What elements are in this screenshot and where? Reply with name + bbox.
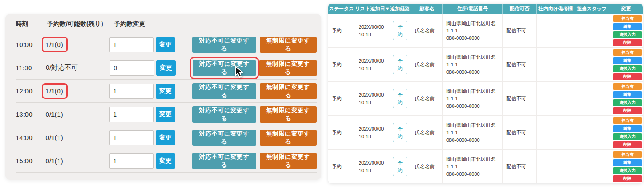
col-header-actions: 変更 [609,4,643,14]
name-cell: 氏名名前 [411,82,443,116]
reservation-count-input[interactable] [109,107,154,122]
col-header-time: 時刻 [16,20,47,28]
cursor-icon [234,66,245,78]
reservation-count-input[interactable] [109,153,154,169]
delete-button[interactable]: 削除 [613,141,642,148]
progress-input-button[interactable]: 進捗入力 [613,99,642,106]
customer-row: 予約 202X/00/0010:18 予約 氏名名前 岡山県岡山市北区町名1-1… [328,150,643,183]
delivery-cell: 配信不可 [503,150,537,183]
set-unlimited-button[interactable]: 無制限に変更する [260,37,317,53]
set-unlimited-button[interactable]: 無制限に変更する [260,130,317,146]
date-cell: 202X/00/0010:18 [355,150,389,183]
set-unlimited-button[interactable]: 無制限に変更する [259,60,317,76]
edit-button[interactable]: 編集 [613,23,642,30]
route-cell: 予約 [389,14,411,48]
change-button[interactable]: 変更 [156,37,175,52]
change-button[interactable]: 変更 [156,107,175,122]
col-header-staff: 担当スタッフ [575,4,609,14]
slot-time: 11:00 [16,64,46,72]
edit-button[interactable]: 編集 [613,125,642,132]
address-cell: 岡山県岡山市北区町名1-1-1080-0000-0000 [443,82,503,116]
progress-input-button[interactable]: 進捗入力 [613,65,642,72]
slot-count: 1/1(0) [46,87,63,95]
route-badge: 予約 [393,89,407,108]
col-header-list-added-date-sort[interactable]: リスト追加日▼ [355,4,389,14]
edit-button[interactable]: 編集 [613,159,642,166]
set-unavailable-button[interactable]: 対応不可に変更する [192,130,256,146]
assignee-button[interactable]: 担当者 [613,151,642,158]
assignee-button[interactable]: 担当者 [613,15,642,22]
set-unlimited-button[interactable]: 無制限に変更する [260,83,317,99]
date-cell: 202X/00/0010:18 [355,82,389,116]
edit-button[interactable]: 編集 [613,91,642,98]
delete-button[interactable]: 削除 [613,175,642,182]
col-header-route: 追加経路 [389,4,411,14]
date-cell: 202X/00/0010:18 [355,14,389,48]
name-cell: 氏名名前 [411,150,443,183]
change-button[interactable]: 変更 [156,60,176,76]
staff-cell [575,48,609,82]
slot-table-header: 時刻 予約数/可能数(残り) 予約数変更 [16,16,317,33]
notes-cell [537,48,575,82]
change-button[interactable]: 変更 [156,84,175,99]
slot-row-1200: 12:00 1/1(0) 変更 対応不可に変更する 無制限に変更する [16,79,317,102]
name-cell: 氏名名前 [411,116,443,150]
route-badge: 予約 [393,55,407,74]
set-unavailable-button[interactable]: 対応不可に変更する [192,83,256,99]
slot-row-1500: 15:00 0/1(1) 変更 対応不可に変更する 無制限に変更する [16,149,317,172]
delivery-cell: 配信不可 [503,14,537,48]
set-unavailable-button[interactable]: 対応不可に変更する [192,106,256,123]
set-unavailable-button[interactable]: 対応不可に変更する [192,37,256,53]
slot-time: 15:00 [16,157,46,165]
notes-cell [537,14,575,48]
customer-row: 予約 202X/00/0010:18 予約 氏名名前 岡山県岡山市北区町名1-1… [328,48,643,82]
status-cell: 予約 [328,116,355,150]
notes-cell [537,116,575,150]
staff-cell [575,116,609,150]
delivery-cell: 配信不可 [503,48,537,82]
slot-row-1100: 11:00 0/対応不可 変更 対応不可に変更する 無制限に変更する [16,56,317,79]
name-cell: 氏名名前 [411,14,443,48]
set-unavailable-button[interactable]: 対応不可に変更する [193,60,256,76]
route-cell: 予約 [389,48,411,82]
actions-cell: 担当者 編集 進捗入力 削除 [609,14,643,48]
progress-input-button[interactable]: 進捗入力 [613,133,642,140]
address-cell: 岡山県岡山市北区町名1-1-1080-0000-0000 [443,116,503,150]
delete-button[interactable]: 削除 [613,39,642,46]
col-header-address-phone: 住所/電話番号 [443,4,503,14]
reservation-count-input[interactable] [109,84,154,99]
delete-button[interactable]: 削除 [613,107,642,114]
slot-time: 12:00 [16,87,46,95]
name-cell: 氏名名前 [411,48,443,82]
route-badge: 予約 [393,21,407,40]
progress-input-button[interactable]: 進捗入力 [613,31,642,38]
actions-cell: 担当者 編集 進捗入力 削除 [609,48,643,82]
change-button[interactable]: 変更 [156,130,175,145]
set-unlimited-button[interactable]: 無制限に変更する [260,106,317,123]
delete-button[interactable]: 削除 [613,73,642,80]
customer-row: 予約 202X/00/0010:18 予約 氏名名前 岡山県岡山市北区町名1-1… [328,14,643,48]
col-header-delivery: 配信可否 [503,4,537,14]
status-cell: 予約 [328,14,355,48]
col-header-customer-name: 顧客名 [411,4,443,14]
customer-row: 予約 202X/00/0010:18 予約 氏名名前 岡山県岡山市北区町名1-1… [328,82,643,116]
slot-time: 14:00 [16,134,46,141]
actions-cell: 担当者 編集 進捗入力 削除 [609,82,643,116]
reservation-count-input[interactable] [110,60,154,76]
edit-button[interactable]: 編集 [613,57,642,64]
assignee-button[interactable]: 担当者 [613,49,642,56]
progress-input-button[interactable]: 進捗入力 [613,167,642,174]
panel-bottom-divider [16,172,317,173]
set-unavailable-button[interactable]: 対応不可に変更する [192,153,256,169]
status-cell: 予約 [328,150,355,183]
route-badge: 予約 [393,157,407,176]
reservation-count-input[interactable] [109,37,154,52]
assignee-button[interactable]: 担当者 [613,117,642,124]
delivery-cell: 配信不可 [503,116,537,150]
address-cell: 岡山県岡山市北区町名1-1-1080-0000-0000 [443,14,503,48]
assignee-button[interactable]: 担当者 [613,83,642,90]
set-unlimited-button[interactable]: 無制限に変更する [260,153,317,169]
reservation-count-input[interactable] [109,130,154,145]
change-button[interactable]: 変更 [156,153,175,169]
customer-row: 予約 202X/00/0010:18 予約 氏名名前 岡山県岡山市北区町名1-1… [328,116,643,150]
